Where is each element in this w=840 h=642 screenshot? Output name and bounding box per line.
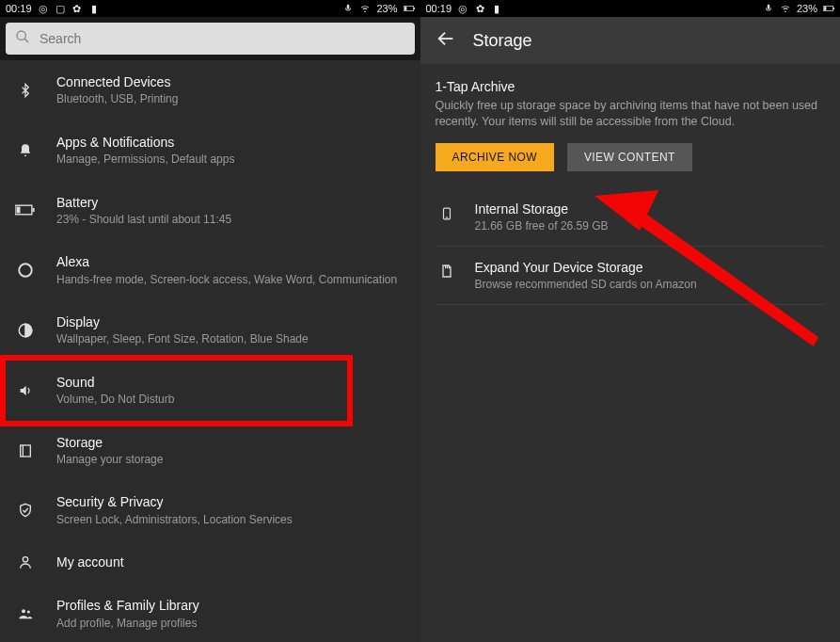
- status-bar-right: 00:19 ◎ ✿ ▮ 23%: [420, 0, 841, 17]
- item-subtitle: Add profile, Manage profiles: [56, 617, 405, 632]
- sync-icon: ◎: [457, 3, 468, 14]
- page-header: Storage: [420, 17, 841, 64]
- item-title: Alexa: [56, 253, 405, 270]
- item-subtitle: Bluetooth, USB, Printing: [56, 92, 405, 107]
- battery-status-icon: [823, 3, 834, 14]
- status-time: 00:19: [426, 3, 452, 14]
- svg-point-8: [19, 264, 32, 277]
- svg-rect-10: [21, 445, 31, 457]
- battery-pct: 23%: [376, 3, 397, 14]
- settings-small-icon: ✿: [474, 3, 485, 14]
- storage-item-expand[interactable]: Expand Your Device Storage Browse recomm…: [436, 247, 826, 305]
- phone-icon: [436, 201, 458, 224]
- storage-icon: [11, 442, 40, 459]
- bell-icon: [11, 142, 40, 159]
- svg-point-3: [17, 31, 25, 40]
- mic-icon: [763, 3, 774, 14]
- volume-icon: [11, 383, 40, 398]
- search-box[interactable]: [6, 23, 415, 55]
- settings-item-sound[interactable]: Sound Volume, Do Not Disturb: [0, 361, 420, 421]
- storage-item-title: Expand Your Device Storage: [475, 260, 697, 275]
- wifi-icon: [780, 3, 791, 14]
- item-title: Apps & Notifications: [56, 134, 405, 151]
- status-bar-left: 00:19 ◎ ▢ ✿ ▮ 23%: [0, 0, 420, 17]
- storage-item-subtitle: Browse recommended SD cards on Amazon: [475, 278, 697, 291]
- storage-item-internal[interactable]: Internal Storage 21.66 GB free of 26.59 …: [436, 188, 826, 247]
- card-icon: ▮: [491, 3, 502, 14]
- sd-icon: [436, 260, 458, 281]
- archive-heading: 1-Tap Archive: [436, 79, 826, 94]
- svg-rect-2: [413, 8, 414, 9]
- item-title: Display: [56, 313, 405, 330]
- settings-item-connected-devices[interactable]: Connected Devices Bluetooth, USB, Printi…: [0, 60, 420, 120]
- settings-item-profiles-family[interactable]: Profiles & Family Library Add profile, M…: [0, 584, 420, 642]
- item-subtitle: Wallpaper, Sleep, Font Size, Rotation, B…: [56, 332, 405, 347]
- mic-icon: [342, 3, 354, 14]
- item-subtitle: 23% - Should last until about 11:45: [56, 213, 405, 228]
- item-subtitle: Manage, Permissions, Default apps: [56, 152, 405, 168]
- settings-item-battery[interactable]: Battery 23% - Should last until about 11…: [0, 181, 420, 241]
- battery-status-icon: [404, 3, 415, 14]
- archive-description: Quickly free up storage space by archivi…: [436, 98, 826, 130]
- svg-rect-18: [833, 8, 834, 9]
- storage-panel: 00:19 ◎ ✿ ▮ 23% Storage 1-Tap Archive Qu…: [420, 0, 841, 642]
- card-icon: ▮: [88, 3, 100, 14]
- item-subtitle: Manage your storage: [56, 453, 405, 468]
- svg-point-12: [23, 557, 27, 562]
- settings-item-my-account[interactable]: My account: [0, 540, 420, 584]
- svg-rect-6: [16, 207, 20, 214]
- settings-list: Connected Devices Bluetooth, USB, Printi…: [0, 60, 420, 642]
- picture-icon: ▢: [55, 3, 66, 14]
- item-title: My account: [56, 554, 405, 570]
- item-title: Security & Privacy: [56, 493, 405, 510]
- battery-icon: [11, 204, 40, 216]
- settings-item-security-privacy[interactable]: Security & Privacy Screen Lock, Administ…: [0, 480, 420, 540]
- settings-small-icon: ✿: [71, 3, 83, 14]
- svg-rect-1: [404, 7, 406, 10]
- storage-item-subtitle: 21.66 GB free of 26.59 GB: [475, 219, 609, 233]
- search-icon: [15, 29, 30, 48]
- svg-rect-17: [824, 7, 827, 10]
- search-bar: [0, 17, 420, 60]
- settings-item-apps-notifications[interactable]: Apps & Notifications Manage, Permissions…: [0, 120, 420, 181]
- settings-item-storage[interactable]: Storage Manage your storage: [0, 421, 420, 481]
- settings-item-display[interactable]: Display Wallpaper, Sleep, Font Size, Rot…: [0, 300, 420, 361]
- svg-point-14: [27, 611, 30, 614]
- svg-line-4: [24, 39, 28, 42]
- item-title: Storage: [56, 434, 405, 451]
- settings-panel: 00:19 ◎ ▢ ✿ ▮ 23%: [0, 0, 420, 642]
- view-content-button[interactable]: VIEW CONTENT: [567, 143, 692, 171]
- storage-content: 1-Tap Archive Quickly free up storage sp…: [420, 64, 841, 305]
- item-title: Sound: [56, 374, 405, 391]
- sync-icon: ◎: [38, 3, 49, 14]
- svg-rect-7: [33, 208, 35, 212]
- battery-pct: 23%: [797, 3, 817, 14]
- wifi-icon: [359, 3, 371, 14]
- status-time: 00:19: [6, 3, 32, 14]
- svg-point-13: [22, 610, 25, 614]
- archive-now-button[interactable]: ARCHIVE NOW: [436, 143, 554, 171]
- item-title: Battery: [56, 194, 405, 211]
- back-button[interactable]: [436, 28, 456, 53]
- people-icon: [11, 606, 40, 621]
- item-subtitle: Hands-free mode, Screen-lock access, Wak…: [56, 273, 405, 288]
- item-subtitle: Volume, Do Not Disturb: [56, 393, 405, 408]
- bluetooth-icon: [11, 81, 40, 100]
- settings-item-alexa[interactable]: Alexa Hands-free mode, Screen-lock acces…: [0, 240, 420, 300]
- item-title: Profiles & Family Library: [56, 597, 405, 614]
- contrast-icon: [11, 322, 40, 339]
- page-title: Storage: [473, 31, 532, 51]
- person-icon: [11, 554, 40, 570]
- search-input[interactable]: [40, 31, 405, 46]
- item-title: Connected Devices: [56, 73, 405, 90]
- shield-check-icon: [11, 502, 40, 519]
- circle-icon: [11, 262, 40, 279]
- storage-item-title: Internal Storage: [475, 201, 609, 217]
- item-subtitle: Screen Lock, Administrators, Location Se…: [56, 513, 405, 528]
